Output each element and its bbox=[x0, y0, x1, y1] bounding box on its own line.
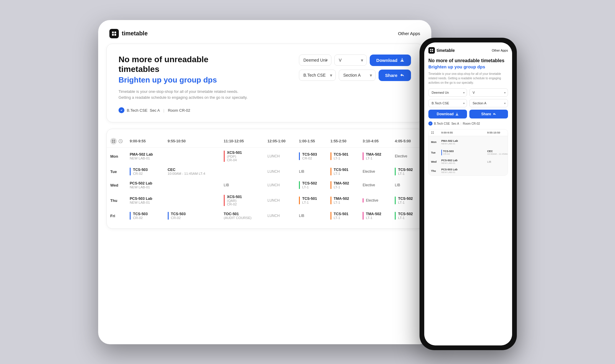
table-row: Wed PCS-502 LabNEW LAB-01 LIB LUNCH TCS-… bbox=[107, 178, 423, 192]
mobile-university-wrapper: Deemed Un bbox=[428, 88, 467, 97]
course-dropdown-wrapper: B.Tech CSE bbox=[299, 70, 336, 81]
badge-course: B.Tech CSE bbox=[127, 108, 147, 113]
cell-mon-6: TCS-501LT-1 bbox=[327, 148, 359, 165]
section-dropdown[interactable]: Section A bbox=[339, 70, 376, 81]
other-apps-link[interactable]: Other Apps bbox=[398, 31, 420, 36]
mobile-badge-icon bbox=[428, 121, 433, 126]
mobile-cell-mon-1: PMA-502 LabNEW LAB-01 bbox=[439, 136, 485, 148]
timetable-card: 9:00-9:55 9:55-10:50 11:10-12:05 12:05-1… bbox=[106, 129, 423, 229]
cell-wed-6: TMA-502LT-1 bbox=[327, 178, 359, 192]
mobile-table-row: Mon PMA-502 LabNEW LAB-01 XCS-(PDP)CR-0 bbox=[429, 136, 508, 148]
mobile-day-tue: Tue bbox=[429, 148, 439, 157]
hero-content: No more of unreadable timetables Brighte… bbox=[119, 55, 411, 113]
timetable-header-icon bbox=[110, 138, 117, 144]
col-310-405: 3:10-4:05 bbox=[359, 135, 391, 148]
share-button[interactable]: Share bbox=[379, 70, 411, 81]
svg-rect-1 bbox=[114, 32, 116, 33]
mobile-course-dropdown[interactable]: B.Tech CSE bbox=[428, 99, 467, 107]
cell-wed-2 bbox=[164, 178, 220, 192]
cell-wed-7: Elective bbox=[359, 178, 391, 192]
mobile-cell-mon-2 bbox=[485, 136, 508, 148]
cell-thu-3: XCS-501(QAR)CR-02 bbox=[220, 192, 264, 209]
cell-mon-2 bbox=[164, 148, 220, 165]
mobile-hero-description: Timetable is your one-stop-shop for all … bbox=[428, 72, 508, 85]
desktop-device: timetable Other Apps No more of unreadab… bbox=[98, 20, 431, 344]
cell-thu-8: TCS-502LT-1 bbox=[391, 192, 423, 209]
cell-fri-2: TCS-503CR-02 bbox=[164, 209, 220, 223]
svg-rect-18 bbox=[433, 133, 434, 134]
hero-title: No more of unreadable timetables bbox=[119, 55, 248, 74]
section-dropdown-wrapper: Section A bbox=[339, 70, 376, 81]
cell-tue-4: LUNCH bbox=[264, 165, 295, 178]
mobile-table-row: Wed PCS-502 LabNEW LAB-01 LIB bbox=[429, 157, 508, 166]
course-dropdown[interactable]: B.Tech CSE bbox=[299, 70, 336, 81]
mobile-badge-course: B.Tech CSE bbox=[434, 122, 450, 125]
cell-tue-6: TCS-501LT-1 bbox=[327, 165, 359, 178]
mobile-other-apps[interactable]: Other Apps bbox=[492, 49, 508, 52]
day-mon: Mon bbox=[107, 148, 126, 165]
table-row: Mon PMA-502 LabNEW LAB-01 XCS-501(PDP)CR… bbox=[107, 148, 423, 165]
table-row: Fri TCS-503CR-02 TCS-503CR-02 TOC-501(AU… bbox=[107, 209, 423, 223]
cell-fri-4: LUNCH bbox=[264, 209, 295, 223]
hero-description: Timetable is your one-stop-shop for all … bbox=[119, 89, 248, 101]
semester-dropdown-wrapper: V bbox=[334, 55, 367, 66]
day-wed: Wed bbox=[107, 178, 126, 192]
hero-badge: B.Tech CSE Sec A | Room CR-02 bbox=[119, 107, 248, 113]
logo-area: timetable bbox=[109, 29, 148, 38]
cell-mon-1: PMA-502 LabNEW LAB-01 bbox=[126, 148, 164, 165]
svg-rect-15 bbox=[431, 131, 432, 132]
mobile-download-label: Download bbox=[437, 112, 453, 116]
mobile-cell-thu-1: PCS-503 LabNEW LAB-01 bbox=[439, 166, 485, 175]
col-1110-1205: 11:10-12:05 bbox=[220, 135, 264, 148]
university-dropdown-wrapper: Deemed Univ bbox=[299, 55, 331, 66]
svg-rect-12 bbox=[430, 51, 431, 52]
day-header bbox=[107, 135, 126, 148]
cell-wed-1: PCS-502 LabNEW LAB-01 bbox=[126, 178, 164, 192]
mobile-day-wed: Wed bbox=[429, 157, 439, 166]
mobile-semester-dropdown[interactable]: V bbox=[469, 88, 508, 97]
cell-mon-7: TMA-502LT-1 bbox=[359, 148, 391, 165]
col-100-155: 1:00-1:55 bbox=[295, 135, 327, 148]
mobile-hero-subtitle: Brighten up you group dps bbox=[428, 64, 508, 69]
badge-divider: | bbox=[163, 108, 164, 113]
mobile-badge-section: Sec A bbox=[451, 122, 459, 125]
hero-card: No more of unreadable timetables Brighte… bbox=[106, 44, 423, 123]
app-title: timetable bbox=[122, 30, 148, 37]
mobile-university-dropdown[interactable]: Deemed Un bbox=[428, 88, 467, 97]
download-button[interactable]: Download bbox=[370, 55, 411, 66]
dropdown-row-2: B.Tech CSE Section A Share bbox=[299, 70, 411, 81]
mobile-device: timetable Other Apps No more of unreadab… bbox=[420, 38, 517, 350]
mobile-cell-tue-1: TCS-503CR-02 bbox=[439, 148, 485, 157]
mobile-content: timetable Other Apps No more of unreadab… bbox=[424, 42, 512, 345]
timetable: 9:00-9:55 9:55-10:50 11:10-12:05 12:05-1… bbox=[107, 135, 423, 223]
hero-subtitle: Brighten up you group dps bbox=[119, 75, 248, 85]
cell-tue-8: TCS-502LT-1 bbox=[391, 165, 423, 178]
university-dropdown[interactable]: Deemed Univ bbox=[299, 55, 331, 66]
svg-rect-11 bbox=[432, 49, 433, 50]
mobile-logo-area: timetable bbox=[428, 47, 455, 54]
mobile-share-label: Share bbox=[481, 112, 491, 116]
mobile-table-header: 9:00-9:55 9:55-10:50 11:10- bbox=[429, 129, 508, 136]
cell-thu-7: Elective bbox=[359, 192, 391, 209]
mobile-download-button[interactable]: Download bbox=[428, 110, 467, 118]
mobile-section-dropdown[interactable]: Section A bbox=[469, 99, 508, 107]
mobile-table-row: Thu PCS-503 LabNEW LAB-01 XCS- bbox=[429, 166, 508, 175]
mobile-screen: timetable Other Apps No more of unreadab… bbox=[424, 42, 512, 345]
cell-mon-4: LUNCH bbox=[264, 148, 295, 165]
cell-fri-8: TCS-502LT-1 bbox=[391, 209, 423, 223]
mobile-col-9: 9:00-9:55 bbox=[439, 129, 485, 136]
col-405-500: 4:05-5:00 bbox=[391, 135, 423, 148]
table-row: Thu PCS-503 LabNEW LAB-01 XCS-501(QAR)CR… bbox=[107, 192, 423, 209]
col-955-1050: 9:55-10:50 bbox=[164, 135, 220, 148]
semester-dropdown[interactable]: V bbox=[334, 55, 367, 66]
svg-rect-16 bbox=[433, 131, 434, 132]
hero-right: Deemed Univ V Download bbox=[299, 55, 411, 81]
cell-fri-1: TCS-503CR-02 bbox=[126, 209, 164, 223]
svg-rect-10 bbox=[430, 49, 431, 50]
cell-tue-3 bbox=[220, 165, 264, 178]
table-header-row: 9:00-9:55 9:55-10:50 11:10-12:05 12:05-1… bbox=[107, 135, 423, 148]
mobile-share-button[interactable]: Share bbox=[469, 110, 508, 118]
mobile-cell-wed-2: LIB bbox=[485, 157, 508, 166]
badge-room: Room CR-02 bbox=[168, 108, 190, 113]
svg-rect-2 bbox=[112, 34, 114, 36]
